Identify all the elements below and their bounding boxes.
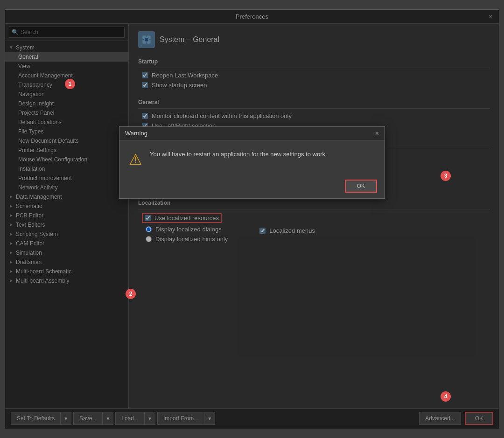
dialog-title-bar: Warning × [119,127,385,140]
dialog-title: Warning [125,130,147,137]
warning-icon: ⚠ [129,151,142,168]
warning-overlay: Warning × ⚠ You will have to restart an … [5,10,499,429]
annotation-2: 2 [126,289,136,299]
dialog-footer: OK [119,176,385,198]
warning-dialog: Warning × ⚠ You will have to restart an … [119,126,385,199]
dialog-ok-button[interactable]: OK [345,180,377,193]
dialog-close-button[interactable]: × [375,130,379,137]
annotation-3: 3 [441,171,451,181]
annotation-1: 1 [65,79,75,89]
dialog-message: You will have to restart an application … [150,150,375,159]
annotation-4: 4 [441,391,451,402]
dialog-body: ⚠ You will have to restart an applicatio… [119,140,385,176]
preferences-window: Preferences × 🔍 ▼ System Genera [5,9,499,429]
